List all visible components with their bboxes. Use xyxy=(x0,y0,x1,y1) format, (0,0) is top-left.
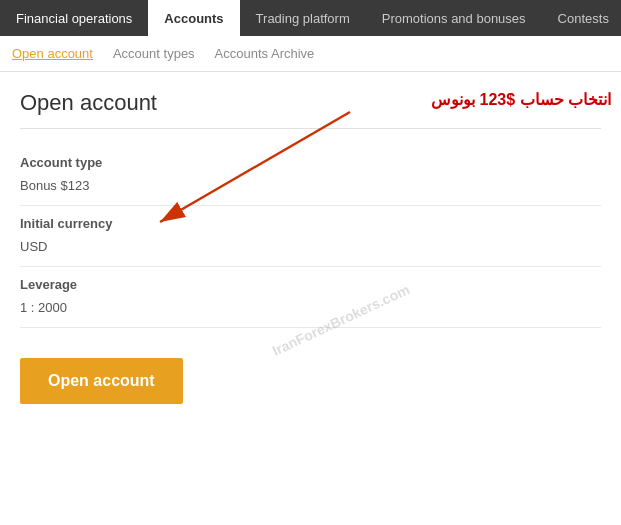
open-account-button[interactable]: Open account xyxy=(20,358,183,404)
sub-nav: Open account Account types Accounts Arch… xyxy=(0,36,621,72)
nav-item-accounts[interactable]: Accounts xyxy=(148,0,239,36)
top-nav: Financial operations Accounts Trading pl… xyxy=(0,0,621,36)
annotation-container: انتخاب حساب $123 بونوس xyxy=(431,90,611,109)
field-value-leverage: 1 : 2000 xyxy=(20,298,601,317)
field-account-type: Account type Bonus $123 xyxy=(20,145,601,206)
field-value-account-type: Bonus $123 xyxy=(20,176,601,195)
sub-nav-accounts-archive[interactable]: Accounts Archive xyxy=(215,46,315,61)
field-label-account-type: Account type xyxy=(20,155,601,170)
sub-nav-open-account[interactable]: Open account xyxy=(12,46,93,61)
field-value-initial-currency: USD xyxy=(20,237,601,256)
field-leverage: Leverage 1 : 2000 xyxy=(20,267,601,328)
nav-item-contests[interactable]: Contests xyxy=(542,0,621,36)
field-label-leverage: Leverage xyxy=(20,277,601,292)
field-initial-currency: Initial currency USD xyxy=(20,206,601,267)
nav-item-trading[interactable]: Trading platform xyxy=(240,0,366,36)
form-section: Account type Bonus $123 Initial currency… xyxy=(20,145,601,328)
field-label-initial-currency: Initial currency xyxy=(20,216,601,231)
content-area: Open account Account types Accounts Arch… xyxy=(0,36,621,525)
annotation-text: انتخاب حساب $123 بونوس xyxy=(431,90,611,109)
sub-nav-account-types[interactable]: Account types xyxy=(113,46,195,61)
nav-item-promotions[interactable]: Promotions and bonuses xyxy=(366,0,542,36)
nav-item-financial[interactable]: Financial operations xyxy=(0,0,148,36)
main-content: Open account انتخاب حساب $123 بونوس Acco… xyxy=(0,72,621,424)
